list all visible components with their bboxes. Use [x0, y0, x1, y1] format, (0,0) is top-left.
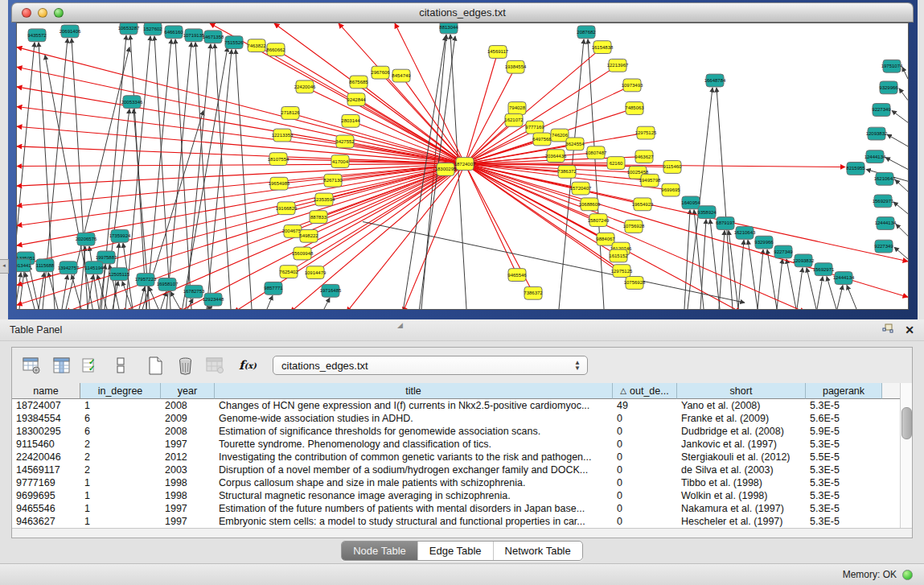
selected-node-12213353[interactable]: 12213353: [272, 129, 294, 142]
node-9227349[interactable]: 9227349: [774, 245, 793, 258]
cell-title[interactable]: Investigating the contribution of common…: [215, 451, 613, 463]
selected-node-15609948[interactable]: 15609948: [292, 247, 314, 260]
cell-in-degree[interactable]: 2: [80, 463, 161, 476]
selected-node-8454749[interactable]: 8454749: [392, 69, 411, 82]
cell-year[interactable]: 2008: [161, 399, 215, 412]
cell-pagerank[interactable]: 5.6E-5: [806, 412, 882, 425]
selected-node-2967606[interactable]: 2967606: [371, 66, 390, 79]
cell-name[interactable]: 9463627: [12, 515, 80, 528]
cell-in-degree[interactable]: 2: [80, 438, 161, 451]
node-19716485[interactable]: 19716485: [320, 284, 342, 297]
cell-year[interactable]: 1997: [161, 438, 215, 451]
float-panel-icon[interactable]: [882, 323, 893, 336]
cell-short[interactable]: Hescheler et al. (1997): [677, 515, 806, 528]
node-20206576[interactable]: 20206576: [76, 233, 97, 245]
column-header-name[interactable]: name: [12, 383, 80, 399]
node-16782753[interactable]: 16782753: [183, 285, 205, 298]
vertical-scrollbar[interactable]: [900, 383, 912, 528]
cell-title[interactable]: Genome-wide association studies in ADHD.: [215, 412, 613, 425]
node-9227349[interactable]: 9227349: [872, 104, 891, 117]
node-12444134[interactable]: 12444134: [833, 272, 855, 285]
selected-node-887833[interactable]: 887833: [310, 211, 327, 224]
selected-node-9465546[interactable]: 9465546: [507, 269, 527, 282]
tab-edge-table[interactable]: Edge Table: [417, 542, 493, 560]
selected-node-19166829[interactable]: 19166829: [276, 202, 298, 215]
cell-name[interactable]: 9699695: [12, 489, 80, 502]
node-12923448[interactable]: 12923448: [203, 293, 224, 306]
delete-table-icon[interactable]: [175, 356, 195, 375]
cell-out-de-[interactable]: 0: [613, 463, 677, 476]
selected-node-7625402[interactable]: 7625402: [279, 266, 298, 278]
node-2087682[interactable]: 2087682: [577, 26, 595, 39]
selected-node-7463822[interactable]: 7463822: [247, 39, 265, 52]
node-6466160[interactable]: 6466160: [164, 26, 183, 39]
tab-network-table[interactable]: Network Table: [493, 542, 582, 560]
node-12505115[interactable]: 12505115: [109, 268, 130, 281]
table-row[interactable]: 946362711997Embryonic stem cells: a mode…: [12, 515, 912, 528]
node-9227349[interactable]: 9227349: [874, 240, 893, 253]
node-20053346[interactable]: 20053346: [121, 96, 143, 109]
cell-title[interactable]: Structural magnetic resonance image aver…: [215, 489, 613, 502]
cell-out-de-[interactable]: 0: [613, 502, 677, 515]
cell-short[interactable]: Yano et al. (2008): [677, 399, 806, 412]
node-8813044[interactable]: 8813044: [439, 23, 458, 34]
cell-in-degree[interactable]: 1: [80, 515, 161, 528]
table-options-icon[interactable]: [22, 356, 41, 375]
selected-node-10973493[interactable]: 10973493: [622, 79, 643, 92]
selected-node-15807249[interactable]: 15807249: [588, 214, 610, 227]
cell-title[interactable]: Changes of HCN gene expression and I(f) …: [215, 399, 613, 412]
cell-name[interactable]: 9777169: [12, 476, 80, 489]
cell-pagerank[interactable]: 5.5E-5: [806, 451, 882, 463]
selected-node-2718126[interactable]: 2718126: [281, 107, 300, 120]
cell-out-de-[interactable]: 0: [613, 476, 677, 489]
cell-title[interactable]: Estimation of significance thresholds fo…: [215, 425, 613, 438]
selected-node-10807487[interactable]: 10807487: [585, 146, 607, 159]
cell-pagerank[interactable]: 5.3E-5: [806, 438, 882, 451]
cell-short[interactable]: Dudbridge et al. (2008): [677, 425, 806, 438]
selected-node-5498222[interactable]: 5498222: [299, 229, 318, 242]
node-9329966[interactable]: 9329966: [879, 81, 898, 94]
table-row[interactable]: 946554611997Estimation of the future num…: [12, 502, 912, 515]
column-header-year[interactable]: year: [161, 383, 215, 399]
cell-in-degree[interactable]: 1: [80, 476, 161, 489]
cell-in-degree[interactable]: 2: [80, 451, 161, 463]
node-7515526[interactable]: 7515526: [224, 36, 244, 49]
node-19751074[interactable]: 19751074: [881, 60, 903, 72]
table-row[interactable]: 1830029562008Estimation of significance …: [12, 425, 912, 438]
selected-node-15720407[interactable]: 15720407: [570, 182, 592, 195]
selected-node-20364436[interactable]: 20364436: [545, 150, 567, 163]
cell-year[interactable]: 2012: [161, 451, 215, 463]
selected-node-6497568[interactable]: 6497568: [532, 133, 552, 146]
cell-title[interactable]: Tourette syndrome. Phenomenology and cla…: [215, 438, 613, 451]
selected-node-7386372[interactable]: 7386372: [557, 166, 576, 179]
selected-node-22420046[interactable]: 22420046: [294, 80, 316, 93]
cell-short[interactable]: Wolkin et al. (1998): [677, 489, 806, 502]
cell-name[interactable]: 9465546: [12, 502, 80, 515]
node-16648784[interactable]: 16648784: [704, 74, 726, 87]
selected-node-19654923[interactable]: 19654923: [632, 198, 654, 211]
selected-node-12975125[interactable]: 12975125: [611, 265, 633, 278]
cell-short[interactable]: de Silva et al. (2003): [677, 463, 806, 476]
cell-pagerank[interactable]: 5.3E-5: [806, 476, 882, 489]
node-16210643[interactable]: 16210643: [874, 172, 896, 185]
node-9358924[interactable]: 9358924: [697, 206, 717, 219]
tab-node-table[interactable]: Node Table: [342, 542, 417, 560]
network-table-selector[interactable]: citations_edges.txt ▲▼: [273, 356, 588, 375]
node-9857771[interactable]: 9857771: [264, 282, 283, 295]
selected-node-9242844[interactable]: 9242844: [347, 93, 366, 106]
cell-short[interactable]: Stergiakouli et al. (2012): [677, 451, 806, 463]
cell-out-de-[interactable]: 0: [613, 489, 677, 502]
cell-out-de-[interactable]: 0: [613, 438, 677, 451]
column-header-out-de-[interactable]: △out_de...: [613, 383, 677, 399]
node-15692971[interactable]: 15692971: [873, 195, 894, 208]
cell-out-de-[interactable]: 0: [613, 515, 677, 528]
cell-short[interactable]: Nakamura et al. (1997): [677, 502, 806, 515]
cell-in-degree[interactable]: 1: [80, 502, 161, 515]
cell-pagerank[interactable]: 5.3E-5: [806, 489, 882, 502]
selected-node-19654985[interactable]: 19654985: [269, 177, 290, 190]
cell-name[interactable]: 9115460: [12, 438, 80, 451]
column-header-pagerank[interactable]: pagerank: [806, 383, 882, 399]
table-row[interactable]: 1456911722003Disruption of a novel membe…: [12, 463, 912, 476]
node-15692971[interactable]: 15692971: [813, 263, 835, 276]
selected-node-7485063[interactable]: 7485063: [625, 102, 644, 115]
